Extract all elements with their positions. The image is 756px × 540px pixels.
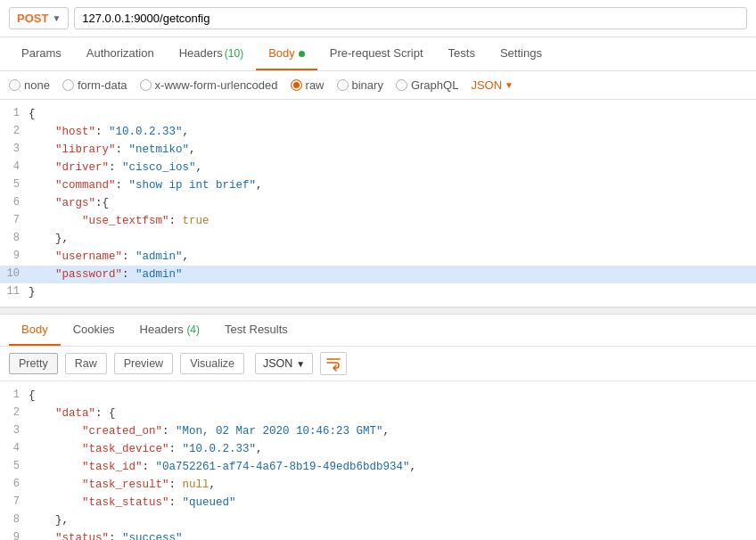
section-divider [0, 307, 756, 315]
request-code-editor[interactable]: 1{2 "host": "10.0.2.33",3 "library": "ne… [0, 100, 756, 307]
url-input[interactable] [74, 7, 747, 29]
view-visualize-btn[interactable]: Visualize [180, 353, 244, 374]
tab-params[interactable]: Params [9, 37, 74, 70]
line-number: 10 [4, 266, 29, 282]
line-number: 1 [4, 105, 29, 122]
option-form-data[interactable]: form-data [62, 78, 127, 92]
line-number: 6 [4, 476, 29, 493]
wrap-text-icon[interactable] [320, 352, 347, 375]
option-urlencoded[interactable]: x-www-form-urlencoded [140, 78, 278, 92]
resp-json-chevron-icon: ▼ [296, 359, 305, 369]
response-json-select[interactable]: JSON ▼ [255, 353, 313, 374]
resp-tab-cookies[interactable]: Cookies [61, 315, 127, 346]
radio-none [9, 79, 21, 91]
line-number: 3 [4, 141, 29, 158]
line-number: 6 [4, 194, 29, 211]
line-number: 1 [4, 387, 29, 404]
line-number: 2 [4, 123, 29, 140]
line-number: 2 [4, 405, 29, 421]
view-pretty-btn[interactable]: Pretty [9, 353, 58, 374]
line-content: }, [29, 230, 752, 248]
line-number: 8 [4, 511, 29, 528]
line-content: }, [29, 511, 752, 529]
line-number: 4 [4, 440, 29, 457]
tab-prerequest[interactable]: Pre-request Script [317, 37, 436, 70]
request-tabs: Params Authorization Headers(10) Body Pr… [0, 37, 756, 71]
request-line: 5 "command": "show ip int brief", [0, 176, 756, 194]
tab-tests[interactable]: Tests [436, 37, 488, 70]
resp-tab-headers[interactable]: Headers (4) [127, 315, 212, 346]
line-content: "use_textfsm": true [29, 212, 752, 230]
resp-headers-badge: (4) [186, 323, 200, 336]
line-content: { [29, 105, 752, 123]
response-line: 2 "data": { [0, 405, 756, 422]
option-graphql[interactable]: GraphQL [396, 78, 458, 92]
method-select[interactable]: POST ▼ [9, 7, 69, 29]
view-raw-btn[interactable]: Raw [65, 353, 107, 374]
body-dot [299, 51, 305, 57]
request-line: 1{ [0, 105, 756, 123]
radio-urlencoded [140, 79, 152, 91]
option-binary[interactable]: binary [337, 78, 383, 92]
line-content: "status": "success" [29, 529, 752, 540]
response-line: 3 "created_on": "Mon, 02 Mar 2020 10:46:… [0, 422, 756, 440]
line-content: "task_id": "0a752261-af74-4a67-8b19-49ed… [29, 458, 752, 476]
radio-raw [291, 79, 302, 91]
line-content: "host": "10.0.2.33", [29, 123, 752, 141]
request-line: 8 }, [0, 230, 756, 248]
radio-form-data [62, 79, 74, 91]
response-line: 7 "task_status": "queued" [0, 494, 756, 511]
response-line: 8 }, [0, 511, 756, 529]
line-content: "data": { [29, 405, 752, 422]
request-line: 11} [0, 283, 756, 301]
line-content: "task_status": "queued" [29, 494, 752, 511]
line-number: 5 [4, 458, 29, 475]
line-number: 3 [4, 422, 29, 439]
line-content: "created_on": "Mon, 02 Mar 2020 10:46:23… [29, 422, 752, 440]
response-line: 6 "task_result": null, [0, 476, 756, 494]
line-number: 11 [4, 283, 29, 300]
response-tabs: Body Cookies Headers (4) Test Results [0, 315, 756, 347]
radio-binary [337, 79, 349, 91]
option-raw[interactable]: raw [291, 78, 325, 92]
line-number: 8 [4, 230, 29, 247]
request-line: 4 "driver": "cisco_ios", [0, 159, 756, 176]
headers-badge: (10) [225, 47, 243, 60]
response-line: 4 "task_device": "10.0.2.33", [0, 440, 756, 458]
request-line: 3 "library": "netmiko", [0, 141, 756, 159]
view-preview-btn[interactable]: Preview [114, 353, 173, 374]
tab-headers[interactable]: Headers(10) [167, 37, 256, 70]
line-content: "username": "admin", [29, 248, 752, 266]
line-number: 7 [4, 494, 29, 511]
request-line: 2 "host": "10.0.2.33", [0, 123, 756, 141]
line-content: "password": "admin" [29, 266, 752, 283]
line-content: "library": "netmiko", [29, 141, 752, 159]
resp-tab-test-results[interactable]: Test Results [212, 315, 300, 346]
request-line: 7 "use_textfsm": true [0, 212, 756, 230]
resp-tab-body[interactable]: Body [9, 315, 61, 346]
line-content: { [29, 387, 752, 405]
body-options-row: none form-data x-www-form-urlencoded raw… [0, 71, 756, 100]
method-chevron-icon: ▼ [52, 13, 61, 23]
line-number: 7 [4, 212, 29, 229]
url-bar: POST ▼ [0, 0, 756, 37]
response-code-editor[interactable]: 1{2 "data": {3 "created_on": "Mon, 02 Ma… [0, 381, 756, 540]
line-content: "args":{ [29, 194, 752, 212]
tab-settings[interactable]: Settings [488, 37, 555, 70]
tab-authorization[interactable]: Authorization [74, 37, 167, 70]
response-toolbar: Pretty Raw Preview Visualize JSON ▼ [0, 347, 756, 381]
radio-graphql [396, 79, 407, 91]
request-line: 10 "password": "admin" [0, 266, 756, 283]
option-none[interactable]: none [9, 78, 50, 92]
line-content: "driver": "cisco_ios", [29, 159, 752, 176]
line-content: "task_result": null, [29, 476, 752, 494]
tab-body[interactable]: Body [256, 37, 317, 70]
line-content: "task_device": "10.0.2.33", [29, 440, 752, 458]
line-number: 9 [4, 248, 29, 265]
json-type-select[interactable]: JSON ▼ [471, 78, 514, 92]
json-chevron-icon: ▼ [505, 80, 514, 90]
line-number: 4 [4, 159, 29, 176]
line-content: "command": "show ip int brief", [29, 176, 752, 194]
response-line: 5 "task_id": "0a752261-af74-4a67-8b19-49… [0, 458, 756, 476]
response-line: 9 "status": "success" [0, 529, 756, 540]
